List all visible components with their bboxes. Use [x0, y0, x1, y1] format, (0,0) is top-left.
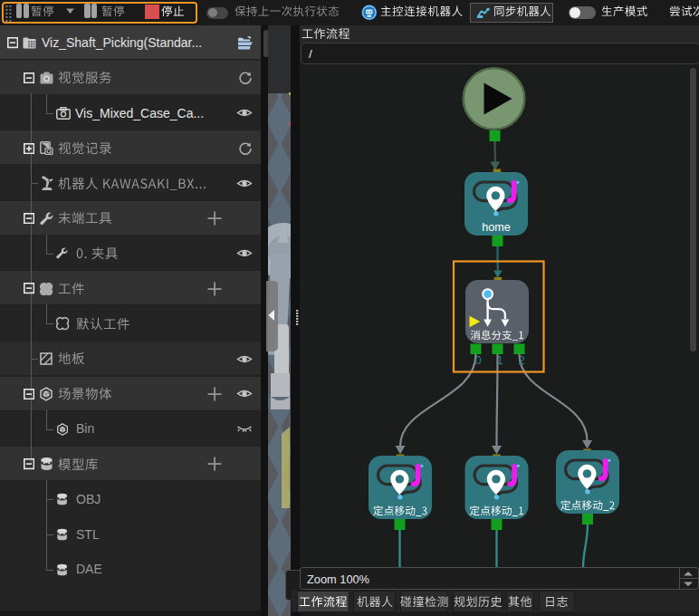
svg-text:home: home — [482, 221, 511, 234]
svg-text:2: 2 — [518, 353, 524, 367]
svg-text:0: 0 — [474, 353, 481, 367]
svg-text:1: 1 — [496, 353, 503, 367]
